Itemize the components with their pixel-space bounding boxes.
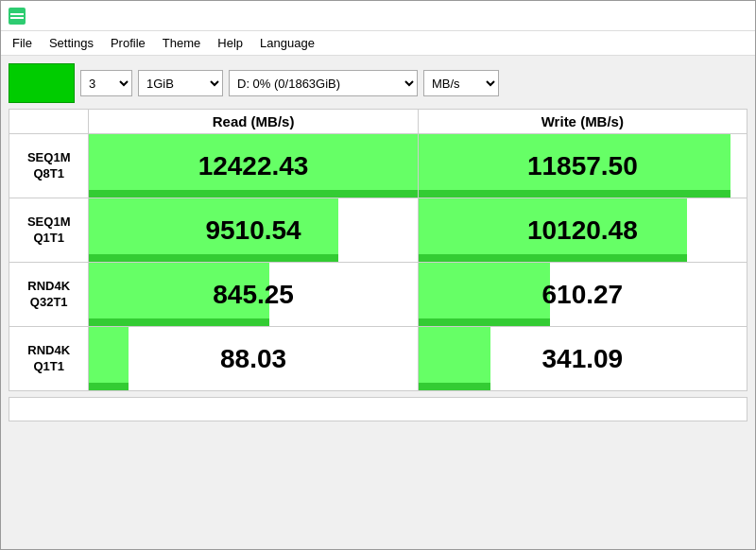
read-text-3: 88.03	[89, 327, 417, 390]
unit-select[interactable]: MB/sGB/sIOPSμs	[423, 70, 499, 96]
main-content: 1359 512MiB1GiB2GiB4GiB D: 0% (0/1863GiB…	[1, 56, 755, 429]
row-label-2: RND4KQ32T1	[9, 263, 89, 327]
header-read: Read (MB/s)	[89, 110, 418, 134]
row-label-0: SEQ1MQ8T1	[9, 134, 89, 198]
table-row: RND4KQ32T1845.25610.27	[9, 263, 747, 327]
row-label-1: SEQ1MQ1T1	[9, 198, 89, 263]
all-button[interactable]	[9, 63, 75, 103]
read-text-0: 12422.43	[89, 134, 417, 198]
count-select[interactable]: 1359	[80, 70, 132, 96]
minimize-button[interactable]	[672, 7, 695, 26]
read-value-0: 12422.43	[89, 134, 418, 198]
svg-rect-0	[9, 8, 26, 25]
read-value-3: 88.03	[89, 327, 418, 391]
results-table: Read (MB/s) Write (MB/s) SEQ1MQ8T112422.…	[9, 109, 747, 391]
drive-select[interactable]: D: 0% (0/1863GiB)	[229, 70, 418, 96]
controls-row: 1359 512MiB1GiB2GiB4GiB D: 0% (0/1863GiB…	[9, 63, 747, 103]
write-value-2: 610.27	[418, 263, 747, 327]
menu-item-language[interactable]: Language	[252, 34, 322, 52]
row-label-3: RND4KQ1T1	[9, 327, 89, 391]
menu-item-theme[interactable]: Theme	[155, 34, 208, 52]
title-bar	[1, 1, 755, 31]
status-bar	[9, 397, 747, 421]
menu-item-settings[interactable]: Settings	[42, 34, 101, 52]
size-select[interactable]: 512MiB1GiB2GiB4GiB	[138, 70, 223, 96]
write-value-0: 11857.50	[418, 134, 747, 198]
write-text-0: 11857.50	[419, 134, 747, 198]
window-controls	[672, 7, 747, 26]
app-icon	[9, 8, 26, 25]
write-text-2: 610.27	[419, 263, 747, 326]
table-row: RND4KQ1T188.03341.09	[9, 327, 747, 391]
write-value-3: 341.09	[418, 327, 747, 391]
header-write: Write (MB/s)	[418, 110, 747, 134]
read-text-1: 9510.54	[89, 198, 417, 262]
menu-item-profile[interactable]: Profile	[103, 34, 153, 52]
read-value-2: 845.25	[89, 263, 418, 327]
svg-rect-2	[10, 17, 24, 19]
header-label	[9, 110, 89, 134]
read-text-2: 845.25	[89, 263, 417, 326]
menu-item-help[interactable]: Help	[210, 34, 250, 52]
menu-bar: FileSettingsProfileThemeHelpLanguage	[1, 31, 755, 56]
table-header-row: Read (MB/s) Write (MB/s)	[9, 110, 747, 134]
write-value-1: 10120.48	[418, 198, 747, 263]
write-text-3: 341.09	[419, 327, 747, 390]
maximize-button[interactable]	[698, 7, 721, 26]
table-row: SEQ1MQ1T19510.5410120.48	[9, 198, 747, 263]
write-text-1: 10120.48	[419, 198, 747, 262]
table-row: SEQ1MQ8T112422.4311857.50	[9, 134, 747, 198]
menu-item-file[interactable]: File	[5, 34, 40, 52]
svg-rect-1	[10, 13, 24, 15]
close-button[interactable]	[725, 7, 747, 26]
read-value-1: 9510.54	[89, 198, 418, 263]
